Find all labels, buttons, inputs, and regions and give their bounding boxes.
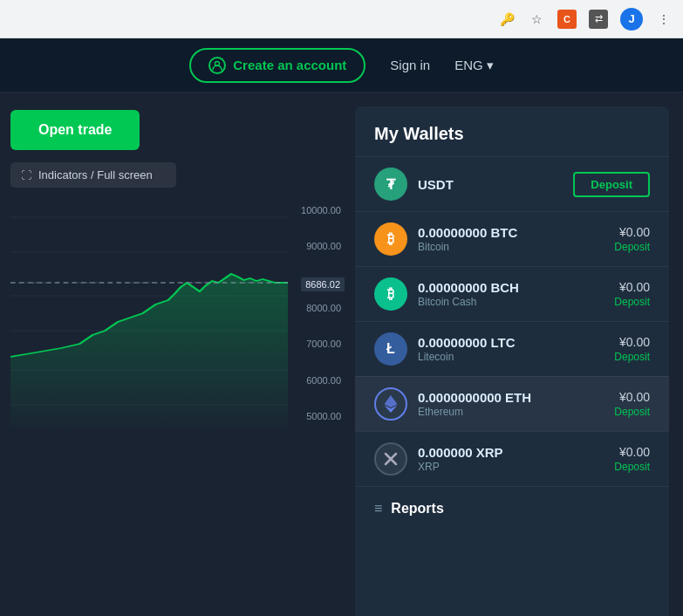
xrp-symbol: 0.000000 XRP: [418, 445, 604, 460]
reports-label: Reports: [391, 501, 443, 517]
bch-balance-area: ¥0.00 Deposit: [614, 280, 650, 308]
user-avatar[interactable]: J: [620, 8, 643, 31]
btc-deposit-link[interactable]: Deposit: [614, 241, 650, 253]
bch-fullname: Bitcoin Cash: [418, 296, 604, 308]
btc-fullname: Bitcoin: [418, 241, 604, 253]
indicators-label: Indicators / Full screen: [38, 168, 153, 181]
eth-deposit-link[interactable]: Deposit: [614, 406, 650, 418]
wallet-row-bch: ₿ 0.00000000 BCH Bitcoin Cash ¥0.00 Depo…: [355, 266, 669, 321]
eth-balance-area: ¥0.00 Deposit: [614, 390, 650, 418]
menu-icon[interactable]: ⋮: [655, 10, 673, 28]
eth-symbol: 0.0000000000 ETH: [418, 390, 604, 405]
eth-info: 0.0000000000 ETH Ethereum: [418, 390, 604, 418]
ltc-info: 0.00000000 LTC Litecoin: [418, 335, 604, 363]
extension-2-icon[interactable]: ⇄: [589, 10, 608, 29]
eth-balance: ¥0.00: [614, 390, 650, 404]
wallet-row-btc: ₿ 0.00000000 BTC Bitcoin ¥0.00 Deposit: [355, 211, 669, 266]
reports-section[interactable]: ≡ Reports: [355, 486, 669, 530]
sign-in-button[interactable]: Sign in: [390, 58, 430, 72]
btc-symbol: 0.00000000 BTC: [418, 225, 604, 240]
price-label-6000: 6000.00: [290, 375, 345, 386]
btc-icon: ₿: [374, 222, 407, 256]
key-icon[interactable]: 🔑: [498, 10, 516, 28]
main-content: Open trade ⛶ Indicators / Full screen: [0, 92, 683, 616]
usdt-deposit-button[interactable]: Deposit: [573, 172, 650, 197]
xrp-fullname: XRP: [418, 461, 604, 473]
xrp-icon: [374, 442, 407, 476]
ltc-balance-area: ¥0.00 Deposit: [614, 335, 650, 363]
create-account-button[interactable]: Create an account: [189, 48, 365, 83]
chart-area: Open trade ⛶ Indicators / Full screen: [0, 92, 355, 616]
xrp-info: 0.000000 XRP XRP: [418, 445, 604, 473]
btc-balance: ¥0.00: [614, 225, 650, 239]
xrp-balance: ¥0.00: [614, 445, 650, 459]
bookmark-icon[interactable]: ☆: [528, 10, 545, 28]
wallet-row-eth: 0.0000000000 ETH Ethereum ¥0.00 Deposit: [355, 376, 669, 431]
price-label-10000: 10000.00: [290, 205, 345, 216]
chevron-down-icon: ▾: [487, 58, 494, 73]
price-label-5000: 5000.00: [290, 411, 345, 421]
bch-deposit-link[interactable]: Deposit: [614, 296, 650, 308]
bch-icon: ₿: [374, 277, 407, 311]
current-price-tag: 8686.02: [301, 277, 345, 291]
price-labels: 10000.00 9000.00 8686.02 8000.00 7000.00…: [290, 200, 345, 427]
language-selector[interactable]: ENG ▾: [454, 58, 494, 73]
price-label-7000: 7000.00: [290, 339, 345, 349]
usdt-icon: ₮: [374, 168, 407, 201]
price-label-9000: 9000.00: [290, 241, 345, 251]
extension-1-icon[interactable]: C: [557, 10, 577, 29]
btc-balance-area: ¥0.00 Deposit: [614, 225, 650, 253]
ltc-deposit-link[interactable]: Deposit: [614, 351, 650, 363]
chart-svg: [10, 200, 288, 427]
person-icon: [208, 57, 226, 74]
ltc-balance: ¥0.00: [614, 335, 650, 349]
ltc-symbol: 0.00000000 LTC: [418, 335, 604, 350]
bch-balance: ¥0.00: [614, 280, 650, 294]
usdt-symbol: USDT: [418, 177, 563, 192]
ltc-fullname: Litecoin: [418, 351, 604, 363]
xrp-balance-area: ¥0.00 Deposit: [614, 445, 650, 473]
create-account-label: Create an account: [233, 58, 346, 72]
wallets-title: My Wallets: [355, 106, 669, 156]
bch-symbol: 0.00000000 BCH: [418, 280, 604, 295]
wallet-row-usdt: ₮ USDT Deposit: [355, 156, 669, 211]
open-trade-button[interactable]: Open trade: [10, 110, 140, 150]
top-navigation: Create an account Sign in ENG ▾: [0, 38, 683, 92]
btc-info: 0.00000000 BTC Bitcoin: [418, 225, 604, 253]
wallet-row-xrp: 0.000000 XRP XRP ¥0.00 Deposit: [355, 431, 669, 486]
xrp-deposit-link[interactable]: Deposit: [614, 461, 650, 473]
eth-fullname: Ethereum: [418, 406, 604, 418]
ltc-icon: Ł: [374, 332, 407, 366]
browser-chrome: 🔑 ☆ C ⇄ J ⋮: [0, 0, 683, 38]
wallet-row-ltc: Ł 0.00000000 LTC Litecoin ¥0.00 Deposit: [355, 321, 669, 376]
fullscreen-icon: ⛶: [21, 169, 31, 181]
language-label: ENG: [454, 58, 483, 72]
price-label-8000: 8000.00: [290, 303, 345, 313]
bch-info: 0.00000000 BCH Bitcoin Cash: [418, 280, 604, 308]
indicators-fullscreen-bar[interactable]: ⛶ Indicators / Full screen: [10, 162, 176, 188]
wallets-panel: My Wallets ₮ USDT Deposit ₿ 0.00000000 B…: [355, 106, 669, 616]
price-chart: 10000.00 9000.00 8686.02 8000.00 7000.00…: [10, 200, 345, 427]
reports-icon: ≡: [374, 501, 382, 517]
usdt-info: USDT: [418, 177, 563, 192]
eth-icon: [374, 387, 407, 421]
